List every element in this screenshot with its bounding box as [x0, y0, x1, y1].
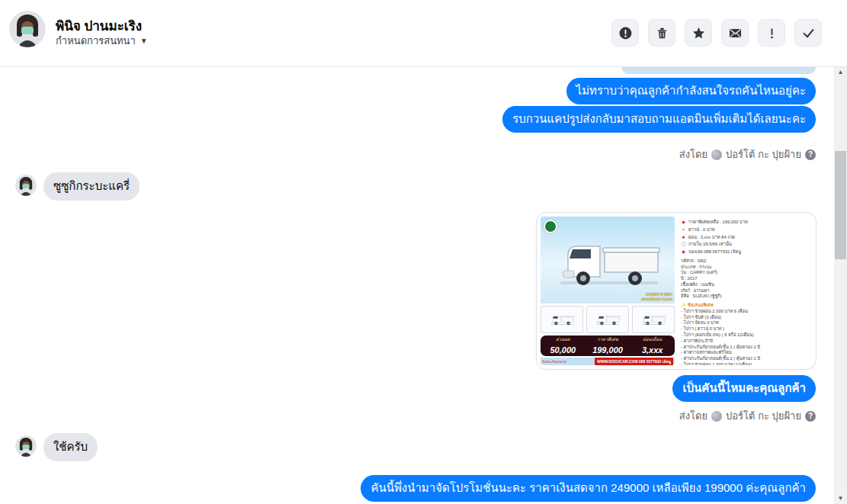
- special-price-label: ราคาพิเศษ: [586, 337, 630, 342]
- sent-by-agent: ปอร์โต้ กะ ปุยฝ้าย: [726, 408, 801, 424]
- contact-avatar-small[interactable]: [15, 435, 37, 457]
- contact-avatar-small[interactable]: [15, 175, 37, 196]
- truck-photo-icon: [547, 227, 669, 297]
- avatar-icon: [15, 435, 37, 457]
- outgoing-message[interactable]: รบกวนแคปรูปส่งกลับมาสอบถามแอดมินเพิ่มเติ…: [502, 106, 816, 133]
- offers-list: - โปรฯ ช่วยผ่อน 2,000 บาท 6 เดือน - โปรฯ…: [681, 309, 808, 365]
- website-text: WWW.DOO2CAR.COM 088 5577932 เจ้หนู: [595, 358, 673, 365]
- outgoing-message[interactable]: เป็นคันนี้ไหมคะคุณลูกค้า: [672, 375, 816, 402]
- car-main-photo: CARRY ปี 2017 ผ่อนเดือนละ 3,xxx: [541, 217, 675, 303]
- car-photo-collage: CARRY ปี 2017 ผ่อนเดือนละ 3,xxx ส่วนลด: [541, 217, 675, 365]
- spec-deadline-line: ⓘ ภายใน 15/3/66 เท่านั้น: [681, 241, 808, 248]
- page-badge-icon: [711, 149, 722, 160]
- previous-message-partial[interactable]: [621, 67, 816, 74]
- car-details: รหัสรถ : I062 ประเภท : กระบะ รุ่น : CARR…: [681, 258, 808, 300]
- sent-by-status: ส่งโดย ปอร์โต้ กะ ปุยฝ้าย ?: [679, 408, 816, 424]
- price-banner: ส่วนลด 50,000 ราคาพิเศษ 199,000 ผ่อนเดือ…: [541, 335, 675, 356]
- truck-thumb-icon: [639, 310, 668, 329]
- special-price-value: 199,000: [592, 345, 623, 355]
- car-thumbnail: [541, 306, 583, 333]
- exclamation-icon: [765, 26, 779, 40]
- watermark-text: รับประกันรถสวย: [542, 359, 566, 364]
- scrollbar-thumb[interactable]: [835, 151, 846, 259]
- sent-by-label: ส่งโดย: [679, 146, 707, 162]
- discount-value: 50,000: [550, 345, 576, 355]
- contact-avatar[interactable]: [9, 11, 46, 47]
- diamond-bullet-icon: ◆: [681, 219, 686, 225]
- header-action-bar: [611, 19, 822, 47]
- car-thumbnails: [541, 306, 675, 333]
- mark-important-button[interactable]: [758, 19, 785, 47]
- club-bullet-icon: ♣: [681, 234, 686, 240]
- envelope-icon: [728, 26, 743, 40]
- photo-caption: CARRY ปี 2017 ผ่อนเดือนละ 3,xxx: [642, 292, 672, 301]
- message-thread: ไม่ทราบว่าคุณลูกค้ากำลังสนใจรถคันไหนอยู่…: [0, 67, 834, 504]
- mark-unread-button[interactable]: [721, 19, 749, 47]
- sent-by-status: ส่งโดย ปอร์โต้ กะ ปุยฝ้าย ?: [679, 146, 816, 162]
- outgoing-message[interactable]: ไม่ทราบว่าคุณลูกค้ากำลังสนใจรถคันไหนอยู่…: [566, 78, 816, 104]
- conversation-header: พินิจ ปานมะเริง กำหนดการสนทนา ▼: [0, 0, 847, 67]
- diamond-bullet-icon: ◆: [681, 249, 686, 255]
- conversation-menu[interactable]: กำหนดการสนทนา ▼: [56, 33, 148, 49]
- mark-done-button[interactable]: [794, 19, 822, 47]
- scroll-down-arrow-icon[interactable]: ▼: [834, 493, 847, 504]
- page-badge-icon: [711, 411, 722, 422]
- scroll-up-arrow-icon[interactable]: ▲: [834, 67, 847, 78]
- star-icon: [691, 26, 706, 40]
- conversation-menu-label: กำหนดการสนทนา: [56, 33, 136, 49]
- report-button[interactable]: [611, 19, 639, 47]
- offers-title: ✨ ข้อเสนอพิเศษ: [681, 303, 808, 309]
- delete-button[interactable]: [648, 19, 675, 47]
- avatar-icon: [15, 175, 37, 196]
- truck-thumb-icon: [547, 310, 576, 329]
- spec-down-line: ★ ดาวน์ : 0 บาท: [681, 226, 808, 233]
- incoming-message[interactable]: ซูซูกิกระบะแครี่: [43, 172, 140, 201]
- spec-price-line: ◆ ราคาพิเศษเหลือ : 199,000 บาท: [681, 219, 808, 226]
- sent-by-agent: ปอร์โต้ กะ ปุยฝ้าย: [726, 146, 801, 162]
- car-thumbnail: [586, 306, 629, 333]
- incoming-message[interactable]: ใช้ครับ: [43, 433, 98, 461]
- outgoing-message[interactable]: คันนี้พึ่งนำมาจัดโปรโมชั่นนะคะ ราคาเงินส…: [361, 475, 816, 502]
- spec-installment-line: ♣ ผ่อน : 3,xxx บาท 84 งวด: [681, 234, 808, 241]
- exclamation-circle-icon: [618, 26, 633, 40]
- star-bullet-icon: ★: [681, 226, 686, 233]
- vertical-scrollbar[interactable]: ▲ ▼: [834, 67, 847, 504]
- info-bullet-icon: ⓘ: [681, 241, 686, 247]
- spec-phone-line: ◆ จองเลย 088 5577932 เจ้หนู: [681, 249, 808, 255]
- car-thumbnail: [632, 306, 675, 333]
- car-spec-panel: ◆ ราคาพิเศษเหลือ : 199,000 บาท ★ ดาวน์ :…: [679, 217, 812, 365]
- star-button[interactable]: [685, 19, 712, 47]
- check-icon: [801, 26, 816, 40]
- listing-footer-strip: รับประกันรถสวย WWW.DOO2CAR.COM 088 55779…: [541, 358, 675, 365]
- installment-label: ผ่อนเดือน: [630, 337, 675, 342]
- car-listing-image-attachment[interactable]: CARRY ปี 2017 ผ่อนเดือนละ 3,xxx ส่วนลด: [536, 212, 817, 370]
- sparkle-icon: ✨: [681, 303, 686, 307]
- chevron-down-icon: ▼: [140, 37, 148, 45]
- help-icon[interactable]: ?: [805, 149, 816, 160]
- avatar-icon: [9, 11, 46, 47]
- truck-thumb-icon: [593, 310, 622, 329]
- sent-by-label: ส่งโดย: [679, 408, 707, 424]
- installment-value: 3,xxx: [642, 345, 663, 355]
- discount-label: ส่วนลด: [541, 337, 586, 342]
- help-icon[interactable]: ?: [805, 411, 816, 422]
- trash-icon: [655, 26, 669, 40]
